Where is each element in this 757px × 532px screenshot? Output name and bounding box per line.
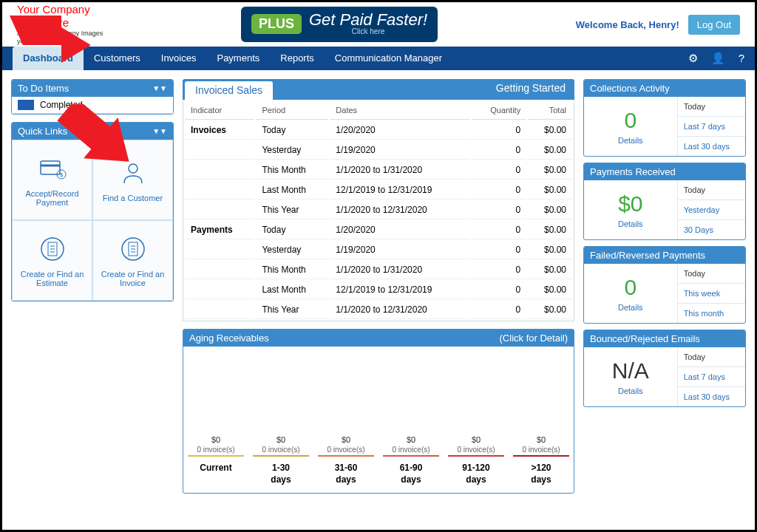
- stat-period-link[interactable]: Today: [678, 180, 745, 200]
- cell-total: $0.00: [528, 141, 572, 160]
- aging-bucket[interactable]: $00 invoice(s)>120days: [509, 435, 574, 493]
- document-icon: [118, 234, 148, 264]
- cell-indicator: [185, 241, 254, 259]
- cell-indicator: [185, 301, 254, 319]
- cell-period: This Month: [256, 161, 328, 180]
- help-icon[interactable]: ?: [739, 52, 744, 65]
- stat-details-link[interactable]: Details: [618, 136, 643, 145]
- table-row[interactable]: Yesterday1/19/20200$0.00: [185, 141, 572, 160]
- stat-details-link[interactable]: Details: [618, 386, 643, 395]
- quicklink-label: Create or Find an Invoice: [98, 270, 168, 287]
- getting-started-link[interactable]: Getting Started: [487, 79, 574, 100]
- stat-value: 0: [624, 108, 637, 133]
- cell-period: This Year: [256, 201, 328, 219]
- table-header: Quantity: [472, 101, 526, 120]
- aging-label: >120days: [509, 457, 574, 493]
- welcome-text: Welcome Back, Henry!: [576, 19, 679, 30]
- aging-amount: $0: [183, 435, 248, 444]
- stat-period-link[interactable]: Last 30 days: [678, 387, 745, 406]
- cell-dates: 12/1/2019 to 12/31/2019: [330, 281, 470, 299]
- cell-qty: 0: [472, 241, 526, 259]
- cell-period: This Month: [256, 261, 328, 279]
- cell-total: $0.00: [528, 241, 572, 259]
- cell-total: $0.00: [528, 301, 572, 319]
- header-bar: Your Company Logo Here Account -> Compan…: [2, 2, 755, 47]
- aging-title: Aging Receivables: [189, 332, 269, 344]
- aging-amount: $0: [444, 435, 509, 444]
- user-icon[interactable]: 👤: [711, 52, 725, 65]
- table-row[interactable]: InvoicesToday1/20/20200$0.00: [185, 121, 572, 140]
- aging-bucket[interactable]: $00 invoice(s)91-120days: [444, 435, 509, 493]
- nav-payments[interactable]: Payments: [206, 47, 270, 70]
- cell-dates: 1/20/2020: [330, 121, 470, 140]
- stat-header: Bounced/Rejected Emails: [584, 330, 745, 347]
- table-row[interactable]: This Month1/1/2020 to 1/31/20200$0.00: [185, 161, 572, 180]
- table-row[interactable]: This Month1/1/2020 to 1/31/20200$0.00: [185, 261, 572, 279]
- cell-qty: 0: [472, 141, 526, 160]
- cell-dates: 1/20/2020: [330, 221, 470, 239]
- cell-dates: 1/1/2020 to 1/31/2020: [330, 261, 470, 279]
- aging-bucket[interactable]: $00 invoice(s)61-90days: [378, 435, 444, 493]
- table-header: Dates: [330, 101, 470, 120]
- stat-period-link[interactable]: Last 7 days: [678, 367, 745, 387]
- aging-amount: $0: [248, 435, 313, 444]
- table-row[interactable]: Yesterday1/19/20200$0.00: [185, 241, 572, 259]
- logout-button[interactable]: Log Out: [688, 15, 740, 35]
- nav-customers[interactable]: Customers: [84, 47, 151, 70]
- chevron-down-icon: ▼▼: [152, 128, 167, 135]
- svg-marker-0: [10, 16, 91, 63]
- cell-qty: 0: [472, 121, 526, 140]
- stat-card: Failed/Reversed Payments0DetailsTodayThi…: [583, 246, 746, 324]
- annotation-arrow-2: [52, 104, 134, 178]
- stat-details-link[interactable]: Details: [618, 219, 643, 228]
- stat-period-link[interactable]: Today: [678, 347, 745, 367]
- cell-period: Last Month: [256, 281, 328, 299]
- table-row[interactable]: Last Month12/1/2019 to 12/31/20190$0.00: [185, 181, 572, 200]
- aging-bucket[interactable]: $00 invoice(s)Current: [183, 435, 248, 493]
- plus-promo-banner[interactable]: PLUS Get Paid Faster! Click here: [241, 7, 438, 42]
- table-row[interactable]: This Year1/1/2020 to 12/31/20200$0.00: [185, 301, 572, 319]
- cell-dates: 1/19/2020: [330, 241, 470, 259]
- header-right: Welcome Back, Henry! Log Out: [576, 15, 740, 35]
- stat-period-link[interactable]: This month: [678, 304, 745, 323]
- cell-indicator: Payments: [185, 221, 254, 239]
- cell-qty: 0: [472, 181, 526, 200]
- table-row[interactable]: Last Month12/1/2019 to 12/31/20190$0.00: [185, 281, 572, 299]
- cell-qty: 0: [472, 301, 526, 319]
- table-row[interactable]: PaymentsToday1/20/20200$0.00: [185, 221, 572, 239]
- chevron-down-icon: ▼▼: [152, 85, 167, 92]
- cell-dates: 1/19/2020: [330, 141, 470, 160]
- quicklink-label: Accept/Record Payment: [17, 189, 87, 207]
- cell-period: This Year: [256, 301, 328, 319]
- stat-period-link[interactable]: This week: [678, 284, 745, 304]
- quicklink-invoice[interactable]: Create or Find an Invoice: [92, 220, 173, 301]
- invoiced-sales-panel: Invoiced Sales Getting Started Indicator…: [183, 79, 574, 321]
- aging-count: 0 invoice(s): [188, 444, 244, 457]
- nav-communication-manager[interactable]: Communication Manager: [325, 47, 452, 70]
- aging-amount: $0: [378, 435, 444, 444]
- aging-receivables-panel[interactable]: Aging Receivables (Click for Detail) $00…: [183, 329, 574, 494]
- stat-period-link[interactable]: Last 30 days: [678, 137, 745, 156]
- nav-reports[interactable]: Reports: [270, 47, 325, 70]
- cell-period: Today: [256, 221, 328, 239]
- stat-period-link[interactable]: Last 7 days: [678, 117, 745, 137]
- aging-bucket[interactable]: $00 invoice(s)31-60days: [313, 435, 378, 493]
- gear-icon[interactable]: ⚙: [688, 52, 698, 65]
- cell-dates: 1/1/2020 to 12/31/2020: [330, 201, 470, 219]
- stat-header: Collections Activity: [584, 80, 745, 97]
- nav-invoices[interactable]: Invoices: [151, 47, 207, 70]
- todo-header[interactable]: To Do Items ▼▼: [12, 80, 173, 97]
- stat-details-link[interactable]: Details: [618, 303, 643, 312]
- tab-invoiced-sales[interactable]: Invoiced Sales: [185, 81, 273, 100]
- stat-period-link[interactable]: 30 Days: [678, 220, 745, 239]
- aging-bucket[interactable]: $00 invoice(s)1-30days: [248, 435, 313, 493]
- stat-period-link[interactable]: Today: [678, 264, 745, 284]
- stat-period-link[interactable]: Yesterday: [678, 200, 745, 220]
- table-row[interactable]: This Year1/1/2020 to 12/31/20200$0.00: [185, 201, 572, 219]
- stat-period-link[interactable]: Today: [678, 97, 745, 117]
- stat-card: Bounced/Rejected EmailsN/ADetailsTodayLa…: [583, 330, 746, 407]
- aging-count: 0 invoice(s): [318, 444, 374, 457]
- annotation-arrow-1: [10, 16, 91, 75]
- cell-indicator: [185, 201, 254, 219]
- quicklink-estimate[interactable]: Create or Find an Estimate: [12, 220, 92, 301]
